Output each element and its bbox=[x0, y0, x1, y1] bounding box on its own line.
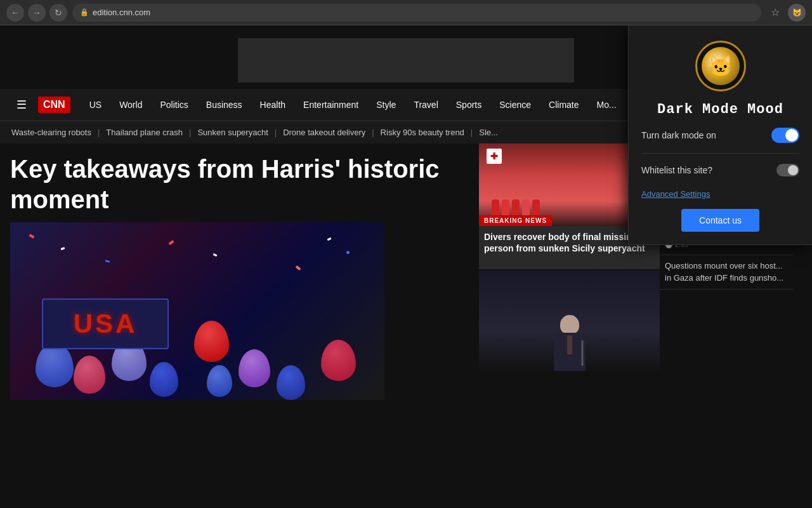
nav-item-entertainment[interactable]: Entertainment bbox=[294, 89, 367, 121]
ticker-item[interactable]: Sle... bbox=[478, 128, 499, 137]
url-text: edition.cnn.com bbox=[93, 8, 150, 17]
ad-banner bbox=[238, 38, 574, 83]
page-content: ☰ CNN US World Politics Business Health … bbox=[0, 25, 812, 508]
breaking-badge: BREAKING NEWS bbox=[479, 215, 552, 226]
forward-button[interactable]: → bbox=[28, 4, 46, 22]
nav-item-us[interactable]: US bbox=[81, 89, 110, 121]
contact-us-button[interactable]: Contact us bbox=[681, 209, 759, 232]
hero-image[interactable]: USA bbox=[10, 222, 384, 400]
nav-item-climate[interactable]: Climate bbox=[540, 89, 587, 121]
whitelist-label: Whitelist this site? bbox=[641, 165, 712, 175]
bookmark-button[interactable]: ☆ bbox=[766, 4, 784, 22]
ticker-separator: | bbox=[184, 128, 196, 137]
ticker-item[interactable]: Risky 90s beauty trend bbox=[379, 128, 466, 137]
extension-logo-inner: 🐱 bbox=[702, 47, 740, 85]
ticker-item[interactable]: Waste-clearing robots bbox=[10, 128, 93, 137]
hero-headline[interactable]: Key takeaways from Harris' historic mome… bbox=[10, 154, 469, 215]
divider bbox=[641, 153, 799, 154]
cnn-logo[interactable]: CNN bbox=[38, 97, 70, 113]
lock-icon: 🔒 bbox=[80, 8, 89, 17]
ticker-separator: | bbox=[466, 128, 478, 137]
news-list-item[interactable]: Questions mount over six host... in Gaza… bbox=[660, 255, 793, 289]
nav-item-more[interactable]: Mo... bbox=[588, 89, 625, 121]
dark-mode-toggle[interactable] bbox=[771, 128, 799, 143]
toggle-knob bbox=[785, 129, 798, 142]
news-item-text: Questions mount over six host... in Gaza… bbox=[665, 261, 783, 282]
reload-button[interactable]: ↻ bbox=[49, 4, 67, 22]
avatar-icon: 😺 bbox=[792, 8, 802, 17]
nav-item-world[interactable]: World bbox=[110, 89, 151, 121]
ticker-item[interactable]: Drone takeout delivery bbox=[282, 128, 367, 137]
nav-item-travel[interactable]: Travel bbox=[405, 89, 447, 121]
browser-action-buttons: ☆ 😺 bbox=[766, 4, 806, 22]
cat-icon: 🐱 bbox=[708, 54, 733, 78]
nav-item-science[interactable]: Science bbox=[490, 89, 540, 121]
hamburger-button[interactable]: ☰ bbox=[10, 93, 33, 116]
dark-mode-label: Turn dark mode on bbox=[641, 130, 716, 140]
nav-item-sports[interactable]: Sports bbox=[447, 89, 490, 121]
whitelist-toggle[interactable] bbox=[776, 164, 799, 177]
dark-mode-toggle-row: Turn dark mode on bbox=[641, 128, 799, 143]
nav-item-politics[interactable]: Politics bbox=[151, 89, 197, 121]
hero-section: Key takeaways from Harris' historic mome… bbox=[0, 144, 479, 508]
back-button[interactable]: ← bbox=[6, 4, 24, 22]
nav-item-style[interactable]: Style bbox=[367, 89, 405, 121]
advanced-settings-link[interactable]: Advanced Settings bbox=[641, 189, 710, 199]
ticker-separator: | bbox=[270, 128, 282, 137]
ticker-separator: | bbox=[367, 128, 379, 137]
extension-popup: 🐱 Dark Mode Mood Turn dark mode on White… bbox=[628, 25, 812, 245]
nav-item-health[interactable]: Health bbox=[251, 89, 294, 121]
browser-chrome: ← → ↻ 🔒 edition.cnn.com ☆ 😺 bbox=[0, 0, 812, 25]
ticker-separator: | bbox=[93, 128, 105, 137]
putin-card[interactable] bbox=[479, 271, 660, 372]
extension-logo: 🐱 bbox=[695, 41, 746, 91]
putin-image bbox=[479, 271, 660, 372]
ticker-item[interactable]: Thailand plane crash bbox=[105, 128, 184, 137]
whitelist-row: Whitelist this site? bbox=[641, 164, 799, 177]
nav-controls: ← → ↻ bbox=[6, 4, 67, 22]
user-avatar[interactable]: 😺 bbox=[788, 4, 806, 22]
whitelist-knob bbox=[788, 165, 798, 175]
address-bar[interactable]: 🔒 edition.cnn.com bbox=[72, 4, 761, 22]
extension-title: Dark Mode Mood bbox=[657, 102, 783, 117]
nav-item-business[interactable]: Business bbox=[197, 89, 251, 121]
ticker-item[interactable]: Sunken superyacht bbox=[196, 128, 269, 137]
